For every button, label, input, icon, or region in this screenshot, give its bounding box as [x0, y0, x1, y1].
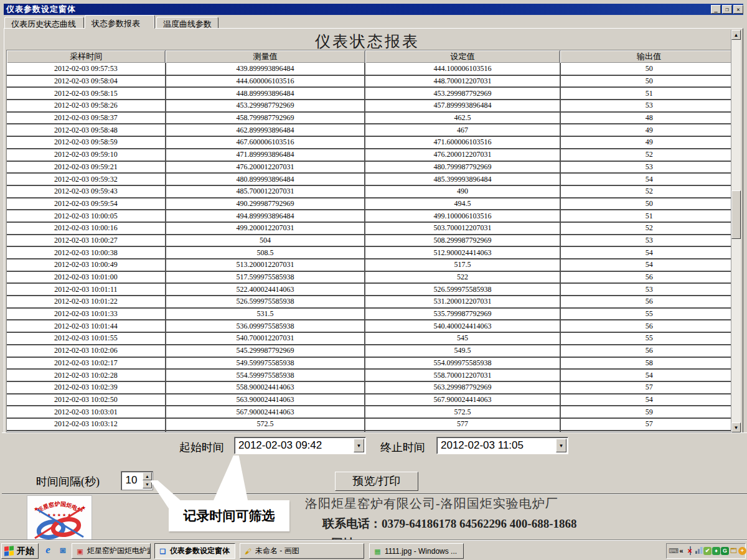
scroll-up-button[interactable]: ▲ — [731, 30, 741, 40]
company-name: 洛阳炬星窑炉有限公司-洛阳国炬实验电炉厂 — [305, 495, 741, 512]
end-time-value: 2012-02-03 11:05 — [441, 439, 524, 452]
preview-print-button[interactable]: 预览/打印 — [335, 472, 418, 491]
report-body: 2012-02-03 09:57:53439.899993896484444.1… — [7, 63, 738, 432]
report-page: 仪表状态报表 采样时间 测量值 设定值 输出值 2012-02-03 09:57… — [4, 28, 743, 432]
table-row[interactable]: 2012-02-03 10:02:17549.599975585938554.0… — [7, 357, 738, 370]
table-row[interactable]: 2012-02-03 10:01:22526.599975585938531.2… — [7, 296, 738, 308]
table-row[interactable]: 2012-02-03 10:01:11522.400024414063526.5… — [7, 283, 738, 296]
scroll-down-button[interactable]: ▼ — [731, 422, 741, 432]
end-time-dropdown-icon[interactable]: ▼ — [556, 439, 566, 452]
company-logo: 炬星窑炉国炬电炉 ★ ★ ★ ★ ★ ★ ★ — [27, 495, 92, 543]
guard-icon[interactable]: G — [721, 547, 729, 555]
window-title: 仪表参数设定窗体 — [6, 4, 710, 15]
spinner-up-icon[interactable]: ▲ — [143, 472, 152, 480]
spinner-down-icon[interactable]: ▼ — [143, 480, 152, 488]
antivirus-icon[interactable]: ✔ — [703, 547, 712, 555]
end-time-label: 终止时间 — [380, 440, 425, 455]
footer-divider — [2, 493, 747, 495]
close-button[interactable]: ✕ — [733, 5, 743, 14]
table-row[interactable]: 2012-02-03 09:58:04444.600006103516448.7… — [7, 75, 738, 88]
monitor-app-icon: ▣ — [75, 547, 85, 556]
tab-temp-params[interactable]: 温度曲线参数 — [156, 17, 218, 28]
image-file-icon: ▦ — [373, 547, 382, 556]
signal-strength-icon[interactable] — [695, 547, 703, 555]
table-row[interactable]: 2012-02-03 10:00:27504508.29998779296953 — [7, 235, 738, 247]
taskbar-item-paint[interactable]: 🖌 未命名 - 画图 — [240, 543, 364, 559]
header-row: 采样时间 测量值 设定值 输出值 — [7, 50, 738, 63]
network-disconnected-icon[interactable] — [686, 547, 694, 555]
table-row[interactable]: 2012-02-03 09:59:10471.899993896484476.2… — [7, 149, 738, 161]
system-tray: ⌨ « ✔ ♦ G 🗔 + 13:13 — [666, 543, 746, 559]
minimize-button[interactable]: _ — [711, 5, 721, 14]
table-row[interactable]: 2012-02-03 09:58:26453.299987792969457.8… — [7, 100, 738, 112]
table-row[interactable]: 2012-02-03 09:59:54490.299987792969494.5… — [7, 198, 738, 210]
start-time-value: 2012-02-03 09:42 — [238, 439, 322, 452]
tab-strip: 仪表历史状态曲线 状态参数报表 温度曲线参数 — [4, 15, 743, 28]
table-row[interactable]: 2012-02-03 09:58:37458.799987792969462.5… — [7, 112, 738, 124]
start-time-combobox[interactable]: 2012-02-03 09:42 ▼ — [234, 437, 366, 454]
filter-hint-callout: 记录时间可筛选 — [169, 500, 289, 531]
table-row[interactable]: 2012-02-03 10:03:23577.200012207031581.5… — [7, 431, 738, 432]
start-time-dropdown-icon[interactable]: ▼ — [354, 439, 364, 452]
table-row[interactable]: 2012-02-03 10:00:38508.5512.900024414063… — [7, 246, 738, 259]
security-shield-icon[interactable]: ♦ — [712, 547, 720, 555]
start-button-label: 开始 — [17, 546, 34, 557]
scrollbar-thumb[interactable] — [731, 190, 741, 239]
table-row[interactable]: 2012-02-03 10:01:00517.59997558593852256 — [7, 271, 738, 284]
table-row[interactable]: 2012-02-03 09:58:59467.600006103516471.6… — [7, 136, 738, 149]
start-time-label: 起始时间 — [179, 440, 224, 455]
col-header-measured-value[interactable]: 测量值 — [166, 50, 365, 63]
svg-text:★: ★ — [34, 506, 39, 512]
paint-icon: 🖌 — [243, 547, 253, 556]
start-button[interactable]: 开始 — [1, 543, 39, 559]
windows-logo-icon — [4, 546, 14, 556]
taskbar-item-label: 1111.jpg - Windows ... — [385, 547, 457, 556]
col-header-sample-time[interactable]: 采样时间 — [7, 50, 166, 63]
table-row[interactable]: 2012-02-03 10:00:05494.899993896484499.1… — [7, 210, 738, 222]
update-icon[interactable]: + — [738, 547, 746, 555]
table-row[interactable]: 2012-02-03 09:58:48462.89999389648446749 — [7, 124, 738, 136]
desktop-icon[interactable]: ◙ — [57, 544, 68, 556]
taskbar-item-label: 未命名 - 画图 — [255, 546, 299, 556]
table-row[interactable]: 2012-02-03 09:58:15448.899993896484453.2… — [7, 87, 738, 100]
restore-button[interactable]: ❐ — [722, 5, 732, 14]
taskbar-item-monitor-app[interactable]: ▣ 炬星窑炉国炬电炉监... — [72, 543, 151, 559]
taskbar-item-param-window[interactable]: ❏ 仪表参数设定窗体 — [154, 543, 235, 559]
tab-status-report[interactable]: 状态参数报表 — [85, 15, 155, 29]
col-header-output-value[interactable]: 输出值 — [560, 50, 738, 63]
table-row[interactable]: 2012-02-03 10:02:50563.900024414063567.9… — [7, 394, 738, 406]
table-row[interactable]: 2012-02-03 09:57:53439.899993896484444.1… — [7, 63, 738, 75]
table-row[interactable]: 2012-02-03 10:02:39558.900024414063563.2… — [7, 381, 738, 394]
scheduled-task-icon[interactable]: 🗔 — [730, 547, 738, 555]
taskbar-item-label: 炬星窑炉国炬电炉监... — [87, 546, 151, 556]
company-phone: 联系电话：0379-64186178 64562296 400-688-1868 — [305, 516, 741, 532]
table-row[interactable]: 2012-02-03 10:00:16499.200012207031503.7… — [7, 222, 738, 235]
vertical-scrollbar[interactable]: ▲ ▼ — [731, 30, 741, 432]
taskbar-item-label: 仪表参数设定窗体 — [170, 546, 230, 556]
callout-tail-to-start-time — [214, 455, 248, 500]
col-header-set-value[interactable]: 设定值 — [365, 50, 560, 63]
end-time-combobox[interactable]: 2012-02-03 11:05 ▼ — [436, 437, 568, 454]
report-header-table: 采样时间 测量值 设定值 输出值 — [7, 50, 738, 63]
ie-icon[interactable]: e — [42, 544, 54, 556]
table-row[interactable]: 2012-02-03 10:01:33531.5535.799987792969… — [7, 308, 738, 320]
table-row[interactable]: 2012-02-03 10:01:55540.70001220703154555 — [7, 332, 738, 345]
titlebar[interactable]: 仪表参数设定窗体 _ ❐ ✕ — [4, 4, 743, 15]
table-row[interactable]: 2012-02-03 10:00:49513.200012207031517.5… — [7, 259, 738, 271]
tab-history-curve[interactable]: 仪表历史状态曲线 — [4, 17, 84, 28]
taskbar: 开始 e ◙ ♣ » ▣ 炬星窑炉国炬电炉监... ❏ 仪表参数设定窗体 🖌 未… — [0, 540, 747, 560]
table-row[interactable]: 2012-02-03 09:59:21476.200012207031480.7… — [7, 161, 738, 174]
taskbar-item-image-viewer[interactable]: ▦ 1111.jpg - Windows ... — [369, 543, 464, 559]
table-row[interactable]: 2012-02-03 10:02:28554.599975585938558.7… — [7, 369, 738, 381]
table-row[interactable]: 2012-02-03 09:59:43485.70001220703149052 — [7, 185, 738, 198]
tray-chevron-icon[interactable]: « — [677, 547, 685, 555]
table-row[interactable]: 2012-02-03 10:03:01567.900024414063572.5… — [7, 406, 738, 418]
form-window-icon: ❏ — [158, 547, 167, 556]
interval-value: 10 — [121, 474, 141, 487]
table-row[interactable]: 2012-02-03 10:02:06545.299987792969549.5… — [7, 345, 738, 357]
table-row[interactable]: 2012-02-03 10:01:44536.099975585938540.4… — [7, 320, 738, 332]
keyboard-icon[interactable]: ⌨ — [669, 547, 677, 555]
table-row[interactable]: 2012-02-03 09:59:32480.899993896484485.3… — [7, 173, 738, 185]
table-row[interactable]: 2012-02-03 10:03:12572.557757 — [7, 418, 738, 431]
interval-spinner[interactable]: 10 ▲ ▼ — [121, 472, 153, 490]
